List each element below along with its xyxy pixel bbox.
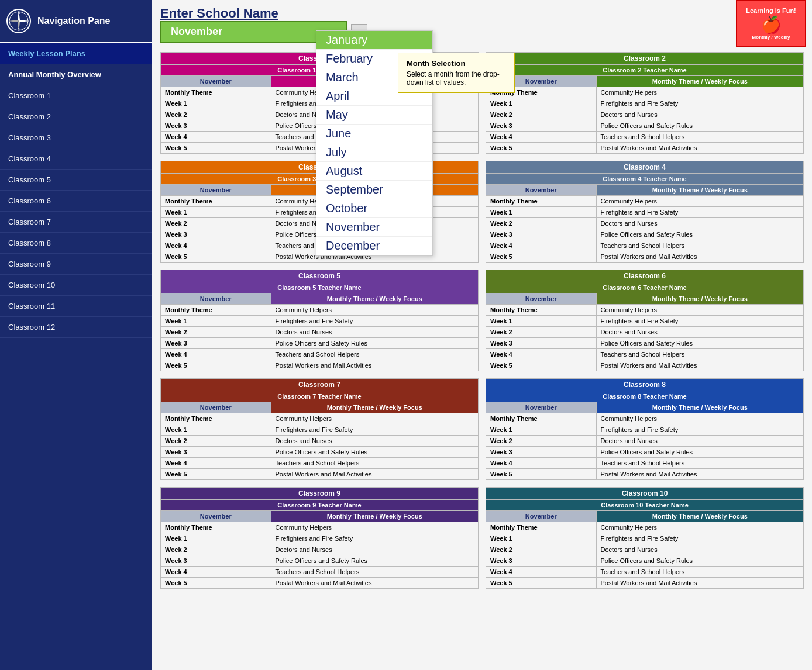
classroom-6-table: Classroom 6 Classroom 6 Teacher Name Nov… <box>486 270 804 371</box>
sidebar-item-annual-monthly-overview[interactable]: Annual Monthly Overview <box>0 64 152 85</box>
table-row: Week 2 Doctors and Nurses <box>486 109 804 120</box>
classroom-2-table: Classroom 2 Classroom 2 Teacher Name Nov… <box>486 52 804 154</box>
main-content: Enter School Name November ▼ Learning is… <box>152 0 812 670</box>
logo-text: Learning is Fun! <box>746 7 796 14</box>
logo-subtitle: Monthly / Weekly <box>752 34 790 40</box>
sidebar-item-classroom-8[interactable]: Classroom 8 <box>0 233 152 254</box>
sidebar-item-classroom-12[interactable]: Classroom 12 <box>0 317 152 338</box>
month-option-january[interactable]: January <box>316 31 432 50</box>
table-row: Week 3 Police Officers and Safety Rules <box>161 338 479 349</box>
classroom-10-month-row: November Monthly Theme / Weekly Focus <box>486 511 804 522</box>
classroom-5-name-row: Classroom 5 <box>161 270 479 282</box>
compass-icon: N S <box>6 8 32 34</box>
table-row: Week 2 Doctors and Nurses <box>486 327 804 338</box>
table-row: Week 2 Doctors and Nurses <box>486 544 804 555</box>
table-row: Week 5 Postal Workers and Mail Activitie… <box>161 360 479 371</box>
table-row: Week 5 Postal Workers and Mail Activitie… <box>486 143 804 154</box>
table-row: Week 4 Teachers and School Helpers <box>161 567 479 578</box>
table-row: Week 1 Firefighters and Fire Safety <box>486 98 804 109</box>
tooltip-title: Month Selection <box>407 59 506 68</box>
table-row: Week 3 Police Officers and Safety Rules <box>161 555 479 567</box>
sidebar-item-classroom-3[interactable]: Classroom 3 <box>0 127 152 148</box>
svg-text:N: N <box>18 11 20 15</box>
classroom-5-monthly-theme-row: Monthly Theme Community Helpers <box>161 305 479 316</box>
month-option-october[interactable]: October <box>316 199 432 218</box>
table-row: Week 3 Police Officers and Safety Rules <box>161 447 479 458</box>
sidebar-item-classroom-4[interactable]: Classroom 4 <box>0 148 152 170</box>
classroom-2-teacher-row: Classroom 2 Teacher Name <box>486 65 804 76</box>
table-row: Week 5 Postal Workers and Mail Activitie… <box>161 469 479 480</box>
table-row: Week 2 Doctors and Nurses <box>161 327 479 338</box>
classroom-5-table: Classroom 5 Classroom 5 Teacher Name Nov… <box>160 270 479 371</box>
classroom-7-monthly-theme-row: Monthly Theme Community Helpers <box>161 413 479 424</box>
sidebar-item-classroom-5[interactable]: Classroom 5 <box>0 170 152 191</box>
classroom-9-card: Classroom 9 Classroom 9 Teacher Name Nov… <box>160 487 479 589</box>
month-option-may[interactable]: May <box>316 106 432 125</box>
table-row: Week 2 Doctors and Nurses <box>161 544 479 555</box>
sidebar-item-classroom-6[interactable]: Classroom 6 <box>0 191 152 212</box>
sidebar-item-classroom-9[interactable]: Classroom 9 <box>0 254 152 275</box>
classroom-4-name-row: Classroom 4 <box>486 161 804 174</box>
sidebar-item-classroom-11[interactable]: Classroom 11 <box>0 296 152 317</box>
classroom-4-card: Classroom 4 Classroom 4 Teacher Name Nov… <box>486 161 804 263</box>
table-row: Week 3 Police Officers and Safety Rules <box>486 447 804 458</box>
table-row: Week 2 Doctors and Nurses <box>486 436 804 447</box>
table-row: Week 2 Doctors and Nurses <box>161 436 479 447</box>
table-row: Week 5 Postal Workers and Mail Activitie… <box>161 578 479 589</box>
table-row: Week 5 Postal Workers and Mail Activitie… <box>486 469 804 480</box>
classrooms-grid: Classroom 1 Classroom 1 Teacher Name Nov… <box>160 52 804 589</box>
classroom-2-name-row: Classroom 2 <box>486 53 804 65</box>
table-row: Week 4 Teachers and School Helpers <box>161 349 479 360</box>
month-option-november[interactable]: November <box>316 218 432 237</box>
sidebar-item-classroom-1[interactable]: Classroom 1 <box>0 85 152 106</box>
table-row: Week 4 Teachers and School Helpers <box>486 349 804 360</box>
classroom-7-card: Classroom 7 Classroom 7 Teacher Name Nov… <box>160 378 479 480</box>
classroom-9-month-row: November Monthly Theme / Weekly Focus <box>161 511 479 522</box>
table-row: Week 5 Postal Workers and Mail Activitie… <box>486 251 804 263</box>
classroom-6-month-row: November Monthly Theme / Weekly Focus <box>486 293 804 305</box>
month-option-august[interactable]: August <box>316 162 432 181</box>
school-name[interactable]: Enter School Name <box>160 6 367 21</box>
svg-marker-5 <box>19 20 29 22</box>
month-option-july[interactable]: July <box>316 143 432 162</box>
table-row: Week 3 Police Officers and Safety Rules <box>486 120 804 132</box>
classroom-10-monthly-theme-row: Monthly Theme Community Helpers <box>486 522 804 533</box>
classroom-7-month-row: November Monthly Theme / Weekly Focus <box>161 402 479 413</box>
month-option-december[interactable]: December <box>316 237 432 255</box>
logo-area: Learning is Fun! 🍎 Monthly / Weekly <box>736 0 806 47</box>
table-row: Week 4 Teachers and School Helpers <box>486 458 804 469</box>
table-row: Week 3 Police Officers and Safety Rules <box>486 229 804 240</box>
sidebar-item-weekly-lesson-plans[interactable]: Weekly Lesson Plans <box>0 43 152 64</box>
sidebar-item-classroom-10[interactable]: Classroom 10 <box>0 275 152 296</box>
table-row: Week 1 Firefighters and Fire Safety <box>486 424 804 436</box>
month-option-june[interactable]: June <box>316 125 432 143</box>
classroom-6-card: Classroom 6 Classroom 6 Teacher Name Nov… <box>486 270 804 371</box>
table-row: Week 4 Teachers and School Helpers <box>161 458 479 469</box>
classroom-6-name-row: Classroom 6 <box>486 270 804 282</box>
classroom-6-teacher-row: Classroom 6 Teacher Name <box>486 282 804 293</box>
classroom-8-name-row: Classroom 8 <box>486 379 804 391</box>
classroom-7-name-row: Classroom 7 <box>161 379 479 391</box>
month-option-september[interactable]: September <box>316 181 432 199</box>
classroom-9-table: Classroom 9 Classroom 9 Teacher Name Nov… <box>160 487 479 589</box>
classroom-9-name-row: Classroom 9 <box>161 488 479 500</box>
table-row: Week 3 Police Officers and Safety Rules <box>486 338 804 349</box>
table-row: Week 2 Doctors and Nurses <box>486 218 804 229</box>
main-header: Enter School Name November ▼ Learning is… <box>160 6 804 47</box>
table-row: Week 3 Police Officers and Safety Rules <box>486 555 804 567</box>
svg-marker-4 <box>8 20 19 22</box>
classroom-5-teacher-row: Classroom 5 Teacher Name <box>161 282 479 293</box>
classroom-2-card: Classroom 2 Classroom 2 Teacher Name Nov… <box>486 52 804 154</box>
classroom-5-card: Classroom 5 Classroom 5 Teacher Name Nov… <box>160 270 479 371</box>
sidebar: N S Navigation Pane Weekly Lesson Plans … <box>0 0 152 670</box>
sidebar-item-classroom-2[interactable]: Classroom 2 <box>0 106 152 127</box>
table-row: Week 1 Firefighters and Fire Safety <box>161 424 479 436</box>
logo-apple-icon: 🍎 <box>761 15 782 34</box>
sidebar-item-classroom-7[interactable]: Classroom 7 <box>0 212 152 233</box>
classroom-8-teacher-row: Classroom 8 Teacher Name <box>486 391 804 402</box>
classroom-8-monthly-theme-row: Monthly Theme Community Helpers <box>486 413 804 424</box>
classroom-10-card: Classroom 10 Classroom 10 Teacher Name N… <box>486 487 804 589</box>
classroom-4-teacher-row: Classroom 4 Teacher Name <box>486 174 804 185</box>
tooltip-body: Select a month from the drop-down list o… <box>407 70 506 87</box>
classroom-4-table: Classroom 4 Classroom 4 Teacher Name Nov… <box>486 161 804 263</box>
